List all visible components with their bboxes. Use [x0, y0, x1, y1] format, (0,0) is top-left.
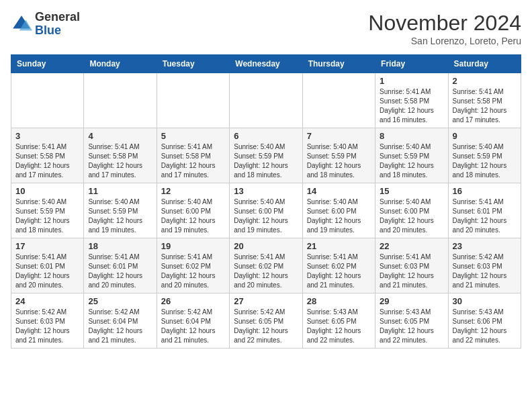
day-number: 30 — [453, 296, 517, 306]
day-number: 22 — [380, 241, 443, 251]
day-info: Sunrise: 5:41 AM Sunset: 6:01 PM Dayligh… — [88, 253, 152, 290]
day-cell: 16Sunrise: 5:41 AM Sunset: 6:01 PM Dayli… — [448, 183, 521, 238]
calendar: SundayMondayTuesdayWednesdayThursdayFrid… — [11, 54, 521, 349]
day-cell: 23Sunrise: 5:42 AM Sunset: 6:03 PM Dayli… — [448, 238, 521, 293]
day-number: 14 — [307, 186, 371, 196]
day-info: Sunrise: 5:42 AM Sunset: 6:04 PM Dayligh… — [161, 308, 225, 345]
day-info: Sunrise: 5:43 AM Sunset: 6:06 PM Dayligh… — [453, 308, 517, 345]
day-number: 29 — [380, 296, 443, 306]
logo-text: General Blue — [35, 11, 80, 38]
day-number: 23 — [453, 241, 517, 251]
day-cell: 11Sunrise: 5:40 AM Sunset: 5:59 PM Dayli… — [84, 183, 157, 238]
day-number: 3 — [15, 131, 79, 141]
day-number: 17 — [15, 241, 79, 251]
day-info: Sunrise: 5:41 AM Sunset: 5:58 PM Dayligh… — [15, 142, 79, 180]
logo: General Blue — [11, 11, 80, 38]
day-info: Sunrise: 5:41 AM Sunset: 6:01 PM Dayligh… — [453, 197, 517, 235]
day-cell — [157, 73, 229, 128]
day-number: 28 — [307, 296, 371, 306]
day-cell — [11, 73, 84, 128]
day-cell: 17Sunrise: 5:41 AM Sunset: 6:01 PM Dayli… — [11, 238, 84, 293]
weekday-header-thursday: Thursday — [302, 55, 375, 73]
day-cell — [84, 73, 157, 128]
day-info: Sunrise: 5:41 AM Sunset: 6:02 PM Dayligh… — [234, 253, 298, 290]
day-info: Sunrise: 5:40 AM Sunset: 6:00 PM Dayligh… — [161, 197, 225, 235]
day-info: Sunrise: 5:40 AM Sunset: 6:00 PM Dayligh… — [307, 197, 371, 235]
day-info: Sunrise: 5:41 AM Sunset: 5:58 PM Dayligh… — [88, 142, 152, 180]
week-row-4: 17Sunrise: 5:41 AM Sunset: 6:01 PM Dayli… — [11, 238, 521, 293]
location: San Lorenzo, Loreto, Peru — [368, 36, 521, 46]
page-header: General Blue November 2024 San Lorenzo, … — [11, 11, 521, 46]
day-cell — [230, 73, 302, 128]
day-cell: 30Sunrise: 5:43 AM Sunset: 6:06 PM Dayli… — [448, 293, 521, 349]
day-info: Sunrise: 5:41 AM Sunset: 5:58 PM Dayligh… — [453, 87, 517, 125]
day-cell: 25Sunrise: 5:42 AM Sunset: 6:04 PM Dayli… — [84, 293, 157, 349]
day-info: Sunrise: 5:40 AM Sunset: 5:59 PM Dayligh… — [234, 142, 298, 180]
week-row-2: 3Sunrise: 5:41 AM Sunset: 5:58 PM Daylig… — [11, 128, 521, 183]
day-cell: 9Sunrise: 5:40 AM Sunset: 5:59 PM Daylig… — [448, 128, 521, 183]
day-number: 6 — [234, 131, 298, 141]
day-cell: 29Sunrise: 5:43 AM Sunset: 6:05 PM Dayli… — [375, 293, 448, 349]
day-number: 20 — [234, 241, 298, 251]
day-cell: 22Sunrise: 5:41 AM Sunset: 6:03 PM Dayli… — [375, 238, 448, 293]
day-cell: 6Sunrise: 5:40 AM Sunset: 5:59 PM Daylig… — [230, 128, 302, 183]
day-info: Sunrise: 5:40 AM Sunset: 5:59 PM Dayligh… — [453, 142, 517, 180]
day-number: 4 — [88, 131, 152, 141]
day-cell — [302, 73, 375, 128]
day-number: 10 — [15, 186, 79, 196]
day-info: Sunrise: 5:41 AM Sunset: 5:58 PM Dayligh… — [380, 87, 443, 125]
day-info: Sunrise: 5:42 AM Sunset: 6:03 PM Dayligh… — [453, 253, 517, 290]
day-cell: 8Sunrise: 5:40 AM Sunset: 5:59 PM Daylig… — [375, 128, 448, 183]
day-cell: 12Sunrise: 5:40 AM Sunset: 6:00 PM Dayli… — [157, 183, 229, 238]
day-number: 13 — [234, 186, 298, 196]
day-number: 11 — [88, 186, 152, 196]
week-row-5: 24Sunrise: 5:42 AM Sunset: 6:03 PM Dayli… — [11, 293, 521, 349]
day-cell: 1Sunrise: 5:41 AM Sunset: 5:58 PM Daylig… — [375, 73, 448, 128]
day-number: 19 — [161, 241, 225, 251]
day-number: 5 — [161, 131, 225, 141]
logo-icon — [11, 13, 32, 35]
day-number: 21 — [307, 241, 371, 251]
day-cell: 13Sunrise: 5:40 AM Sunset: 6:00 PM Dayli… — [230, 183, 302, 238]
day-number: 27 — [234, 296, 298, 306]
day-info: Sunrise: 5:40 AM Sunset: 5:59 PM Dayligh… — [380, 142, 443, 180]
weekday-header-sunday: Sunday — [11, 55, 84, 73]
day-info: Sunrise: 5:41 AM Sunset: 6:03 PM Dayligh… — [380, 253, 443, 290]
day-number: 25 — [88, 296, 152, 306]
weekday-header-wednesday: Wednesday — [230, 55, 302, 73]
day-cell: 4Sunrise: 5:41 AM Sunset: 5:58 PM Daylig… — [84, 128, 157, 183]
weekday-header-row: SundayMondayTuesdayWednesdayThursdayFrid… — [11, 55, 521, 73]
day-number: 26 — [161, 296, 225, 306]
weekday-header-friday: Friday — [375, 55, 448, 73]
day-info: Sunrise: 5:42 AM Sunset: 6:04 PM Dayligh… — [88, 308, 152, 345]
day-cell: 18Sunrise: 5:41 AM Sunset: 6:01 PM Dayli… — [84, 238, 157, 293]
weekday-header-tuesday: Tuesday — [157, 55, 229, 73]
day-cell: 21Sunrise: 5:41 AM Sunset: 6:02 PM Dayli… — [302, 238, 375, 293]
day-info: Sunrise: 5:42 AM Sunset: 6:03 PM Dayligh… — [15, 308, 79, 345]
day-number: 15 — [380, 186, 443, 196]
day-info: Sunrise: 5:41 AM Sunset: 6:01 PM Dayligh… — [15, 253, 79, 290]
day-number: 8 — [380, 131, 443, 141]
day-cell: 7Sunrise: 5:40 AM Sunset: 5:59 PM Daylig… — [302, 128, 375, 183]
day-info: Sunrise: 5:41 AM Sunset: 5:58 PM Dayligh… — [161, 142, 225, 180]
day-number: 16 — [453, 186, 517, 196]
day-cell: 19Sunrise: 5:41 AM Sunset: 6:02 PM Dayli… — [157, 238, 229, 293]
day-cell: 5Sunrise: 5:41 AM Sunset: 5:58 PM Daylig… — [157, 128, 229, 183]
day-info: Sunrise: 5:40 AM Sunset: 5:59 PM Dayligh… — [88, 197, 152, 235]
day-number: 18 — [88, 241, 152, 251]
day-cell: 26Sunrise: 5:42 AM Sunset: 6:04 PM Dayli… — [157, 293, 229, 349]
day-cell: 28Sunrise: 5:43 AM Sunset: 6:05 PM Dayli… — [302, 293, 375, 349]
day-info: Sunrise: 5:41 AM Sunset: 6:02 PM Dayligh… — [161, 253, 225, 290]
month-title: November 2024 — [368, 11, 521, 36]
day-number: 24 — [15, 296, 79, 306]
day-cell: 3Sunrise: 5:41 AM Sunset: 5:58 PM Daylig… — [11, 128, 84, 183]
weekday-header-saturday: Saturday — [448, 55, 521, 73]
day-info: Sunrise: 5:40 AM Sunset: 5:59 PM Dayligh… — [15, 197, 79, 235]
day-number: 7 — [307, 131, 371, 141]
week-row-3: 10Sunrise: 5:40 AM Sunset: 5:59 PM Dayli… — [11, 183, 521, 238]
day-cell: 20Sunrise: 5:41 AM Sunset: 6:02 PM Dayli… — [230, 238, 302, 293]
day-number: 2 — [453, 76, 517, 86]
day-number: 9 — [453, 131, 517, 141]
day-info: Sunrise: 5:43 AM Sunset: 6:05 PM Dayligh… — [380, 308, 443, 345]
title-block: November 2024 San Lorenzo, Loreto, Peru — [368, 11, 521, 46]
